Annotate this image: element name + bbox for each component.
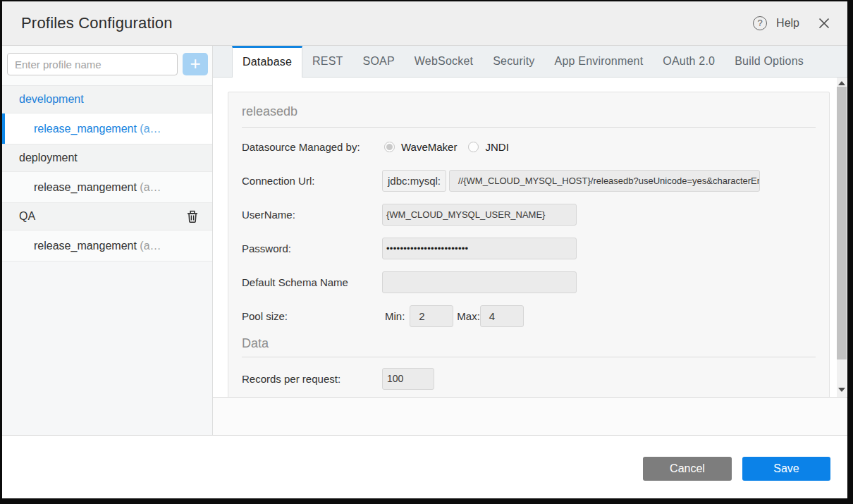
- profile-list: development release_mangement (a… deploy…: [2, 86, 212, 262]
- help-link[interactable]: Help: [776, 17, 799, 30]
- profiles-sidebar: + development release_mangement (a… depl…: [2, 46, 213, 435]
- section-divider: [242, 357, 816, 357]
- content-bottom-strip: [213, 397, 847, 435]
- dialog-footer: Cancel Save: [2, 435, 847, 498]
- close-icon[interactable]: [818, 17, 830, 30]
- profile-group-qa[interactable]: QA: [2, 203, 212, 231]
- data-section-title: Data: [242, 336, 816, 350]
- schema-label: Default Schema Name: [242, 271, 382, 293]
- tab-websocket[interactable]: WebSocket: [405, 46, 483, 78]
- content-scrollbar[interactable]: [837, 78, 847, 397]
- profile-group-label: development: [19, 93, 84, 106]
- connection-url-input[interactable]: //{WM_CLOUD_MYSQL_HOST}/releasedb?useUni…: [449, 170, 760, 192]
- password-row: Password: ••••••••••••••••••••••••: [242, 238, 816, 259]
- tab-rest[interactable]: REST: [302, 46, 352, 78]
- section-divider: [242, 127, 816, 128]
- profiles-configuration-dialog: Profiles Configuration ? Help + developm…: [2, 1, 847, 498]
- profile-group-label: deployment: [19, 152, 78, 164]
- scrollbar-up-arrow-icon[interactable]: [838, 81, 845, 85]
- database-config-card: releasedb Datasource Managed by: WaveMak…: [228, 92, 830, 397]
- add-profile-button[interactable]: +: [183, 53, 208, 75]
- profile-item-label: release_mangement (a…: [34, 240, 161, 252]
- pool-max-input[interactable]: 4: [480, 305, 524, 327]
- profile-item-label: release_mangement (a…: [34, 123, 161, 135]
- delete-profile-icon[interactable]: [186, 210, 199, 223]
- radio-jndi[interactable]: JNDI: [466, 141, 508, 153]
- pool-max-label: Max:: [457, 310, 480, 322]
- username-input[interactable]: {WM_CLOUD_MYSQL_USER_NAME}: [382, 204, 577, 226]
- profile-add-row: +: [2, 46, 212, 86]
- pool-size-row: Pool size: Min: 2 Max: 4: [242, 305, 816, 327]
- dialog-title: Profiles Configuration: [21, 14, 173, 32]
- scrollbar-down-arrow-icon[interactable]: [838, 388, 845, 392]
- scrollbar-thumb[interactable]: [837, 87, 847, 359]
- radio-wavemaker[interactable]: WaveMaker: [382, 141, 457, 153]
- connection-url-prefix: jdbc:mysql:: [382, 170, 446, 192]
- records-input[interactable]: 100: [382, 368, 434, 390]
- schema-input[interactable]: [382, 271, 577, 293]
- schema-row: Default Schema Name: [242, 271, 816, 293]
- radio-wavemaker-circle: [384, 142, 395, 152]
- password-label: Password:: [242, 238, 382, 259]
- tab-bar: Database REST SOAP WebSocket Security Ap…: [213, 46, 847, 78]
- profile-item-deployment-release-mangement[interactable]: release_mangement (a…: [2, 172, 212, 203]
- main-panel: Database REST SOAP WebSocket Security Ap…: [213, 46, 847, 435]
- tab-soap[interactable]: SOAP: [353, 46, 405, 78]
- records-label: Records per request:: [242, 368, 382, 390]
- records-row: Records per request: 100: [242, 368, 816, 390]
- datasource-row: Datasource Managed by: WaveMaker JNDI: [242, 136, 816, 158]
- save-button[interactable]: Save: [742, 457, 830, 481]
- connection-url-label: Connection Url:: [242, 170, 382, 192]
- pool-min-input[interactable]: 2: [410, 305, 453, 327]
- profile-group-label: QA: [19, 210, 35, 223]
- password-input[interactable]: ••••••••••••••••••••••••: [382, 238, 577, 259]
- help-icon[interactable]: ?: [753, 16, 767, 30]
- profile-group-development[interactable]: development: [2, 86, 212, 113]
- radio-jndi-circle: [468, 142, 479, 152]
- tab-app-environment[interactable]: App Environment: [545, 46, 653, 78]
- database-tab-content: releasedb Datasource Managed by: WaveMak…: [213, 78, 847, 397]
- username-label: UserName:: [242, 204, 382, 226]
- pool-min-label: Min:: [385, 310, 405, 322]
- header-actions: ? Help: [753, 16, 830, 30]
- profile-item-qa-release-mangement[interactable]: release_mangement (a…: [2, 231, 212, 262]
- pool-size-label: Pool size:: [242, 305, 382, 327]
- dialog-body: + development release_mangement (a… depl…: [2, 46, 847, 435]
- tab-database[interactable]: Database: [232, 46, 302, 78]
- datasource-label: Datasource Managed by:: [242, 136, 382, 158]
- tab-oauth[interactable]: OAuth 2.0: [653, 46, 725, 78]
- profile-item-label: release_mangement (a…: [34, 181, 161, 194]
- profile-item-development-release-mangement[interactable]: release_mangement (a…: [2, 113, 212, 145]
- dialog-header: Profiles Configuration ? Help: [2, 1, 847, 46]
- profile-group-deployment[interactable]: deployment: [2, 145, 212, 172]
- cancel-button[interactable]: Cancel: [643, 457, 732, 481]
- connection-url-row: Connection Url: jdbc:mysql: //{WM_CLOUD_…: [242, 170, 816, 192]
- profile-name-input[interactable]: [7, 53, 178, 75]
- tab-build-options[interactable]: Build Options: [725, 46, 814, 78]
- database-section-title: releasedb: [242, 104, 816, 118]
- tab-security[interactable]: Security: [483, 46, 544, 78]
- username-row: UserName: {WM_CLOUD_MYSQL_USER_NAME}: [242, 204, 816, 226]
